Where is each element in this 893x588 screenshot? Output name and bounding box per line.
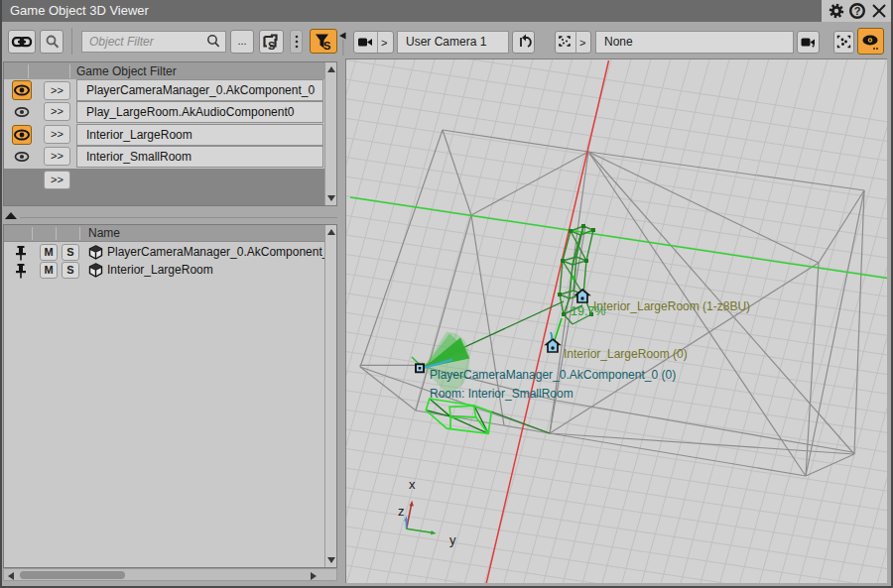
- svg-text:z: z: [398, 504, 405, 519]
- svg-text:y: y: [449, 532, 456, 547]
- svg-text:>: >: [579, 37, 585, 49]
- svg-text:19.7%: 19.7%: [571, 304, 605, 318]
- svg-text:PlayerCameraManager_0.AkCompon: PlayerCameraManager_0.AkComponent_0 (0): [430, 368, 676, 382]
- svg-text:Room: Interior_SmallRoom: Room: Interior_SmallRoom: [430, 387, 574, 401]
- svg-text:?: ?: [854, 5, 861, 17]
- svg-text:Interior_LargeRoom (0): Interior_LargeRoom (0): [564, 347, 688, 361]
- svg-text:S: S: [323, 40, 330, 52]
- svg-text:S: S: [268, 40, 275, 52]
- svg-text:>: >: [381, 37, 387, 49]
- svg-text:x: x: [409, 477, 416, 492]
- svg-text:Interior_LargeRoom (1-z8BU): Interior_LargeRoom (1-z8BU): [593, 299, 750, 313]
